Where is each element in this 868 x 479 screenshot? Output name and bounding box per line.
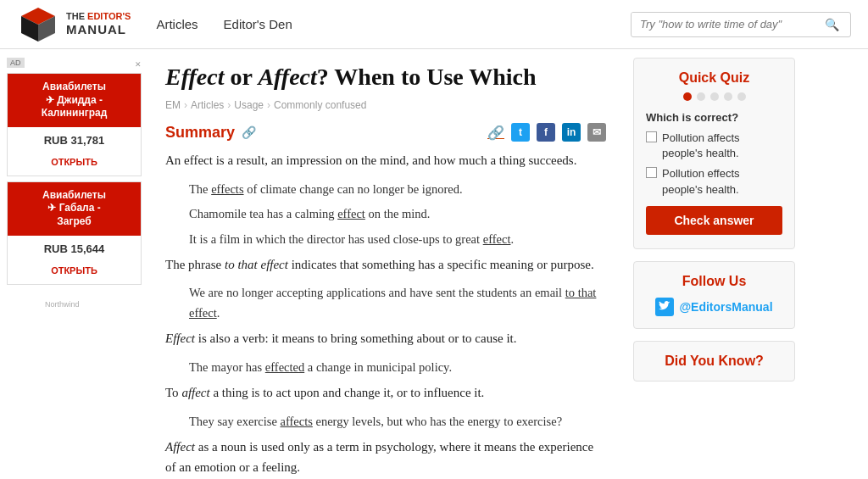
body-paragraph-3: Effect is also a verb: it means to bring…	[165, 328, 606, 349]
body-paragraph-4: To affect a thing is to act upon and cha…	[165, 382, 606, 404]
ad2-cta-button[interactable]: ОТКРЫТЬ	[8, 262, 141, 284]
twitter-icon	[655, 298, 674, 316]
share-link-icon[interactable]: 🔗	[487, 125, 504, 141]
ad2-title: Авиабилеты✈ Габала -Загреб	[42, 189, 106, 227]
quiz-option-1-text: Pollution affects people's health.	[662, 131, 782, 161]
did-you-know-title: Did You Know?	[646, 354, 782, 369]
quiz-option-2-text: Pollution effects people's health.	[662, 166, 782, 197]
summary-heading: Summary	[165, 124, 235, 142]
share-twitter-button[interactable]: t	[511, 123, 530, 142]
share-icons: 🔗 t f in ✉	[487, 123, 606, 142]
quiz-dot-4[interactable]	[724, 92, 732, 101]
did-you-know-box: Did You Know?	[633, 341, 795, 382]
nav-articles[interactable]: Articles	[156, 2, 198, 47]
section-header: Summary 🔗 🔗 t f in ✉	[165, 123, 606, 142]
body-example-6: They say exercise affects energy levels,…	[189, 412, 606, 432]
search-input[interactable]	[632, 13, 818, 36]
quiz-option-2[interactable]: Pollution effects people's health.	[646, 166, 782, 197]
svg-text:Northwind: Northwind	[45, 300, 80, 309]
quiz-dot-5[interactable]	[737, 92, 746, 101]
twitter-follow[interactable]: @EditorsManual	[646, 298, 782, 316]
search-box: 🔍	[631, 12, 851, 37]
quiz-dot-2[interactable]	[697, 92, 705, 101]
check-answer-button[interactable]: Check answer	[646, 206, 782, 235]
ad1-cta-button[interactable]: ОТКРЫТЬ	[8, 153, 141, 175]
ad-footer: Northwind	[7, 290, 142, 319]
nav-editors-den[interactable]: Editor's Den	[224, 2, 292, 47]
body-example-1: The effects of climate change can no lon…	[189, 180, 606, 199]
summary-link-icon[interactable]: 🔗	[242, 125, 256, 140]
quiz-dot-1[interactable]	[683, 92, 692, 101]
right-sidebar: Quick Quiz Which is correct? Pollution a…	[623, 49, 805, 479]
body-paragraph-5: Affect as a noun is used only as a term …	[165, 437, 606, 479]
body-example-5: The mayor has effected a change in munic…	[189, 358, 606, 377]
ad2-header: Авиабилеты✈ Габала -Загреб	[8, 182, 141, 236]
quiz-box: Quick Quiz Which is correct? Pollution a…	[633, 58, 795, 249]
ad1-header: Авиабилеты✈ Джидда -Калининград	[8, 74, 141, 127]
ad-label: AD	[7, 58, 25, 68]
body-paragraph-2: The phrase to that effect indicates that…	[165, 254, 606, 276]
article-title: Effect or Affect? When to Use Which	[165, 62, 606, 92]
quiz-question: Which is correct?	[646, 111, 782, 124]
breadcrumb: EM › Articles › Usage › Commonly confuse…	[165, 99, 606, 111]
share-facebook-button[interactable]: f	[537, 123, 555, 142]
article-main: Effect or Affect? When to Use Which EM ›…	[148, 49, 623, 479]
ad1-price: RUB 31,781	[8, 127, 141, 153]
body-example-4: We are no longer accepting applications …	[189, 283, 606, 322]
quiz-dots	[646, 92, 782, 101]
twitter-handle: @EditorsManual	[679, 300, 772, 314]
body-paragraph-1: An effect is a result, an impression on …	[165, 150, 606, 171]
follow-title: Follow Us	[646, 274, 782, 289]
site-header: THE EDITOR'S MANUAL Articles Editor's De…	[0, 0, 868, 49]
breadcrumb-em[interactable]: EM	[165, 99, 181, 111]
logo-text: THE EDITOR'S MANUAL	[66, 11, 131, 37]
main-nav: Articles Editor's Den	[156, 2, 292, 47]
share-linkedin-button[interactable]: in	[562, 123, 581, 142]
breadcrumb-usage[interactable]: Usage	[234, 99, 264, 111]
ad-box-1: Авиабилеты✈ Джидда -Калининград RUB 31,7…	[7, 73, 142, 176]
ad-sidebar: AD ✕ Авиабилеты✈ Джидда -Калининград RUB…	[0, 49, 148, 479]
ad2-price: RUB 15,644	[8, 236, 141, 262]
breadcrumb-articles[interactable]: Articles	[191, 99, 224, 111]
quiz-checkbox-2[interactable]	[646, 167, 657, 178]
logo[interactable]: THE EDITOR'S MANUAL	[17, 6, 131, 43]
page-wrapper: AD ✕ Авиабилеты✈ Джидда -Калининград RUB…	[0, 49, 868, 479]
body-example-3: It is a film in which the director has u…	[189, 230, 606, 249]
follow-box: Follow Us @EditorsManual	[633, 261, 795, 329]
search-button[interactable]: 🔍	[818, 13, 846, 36]
quiz-title: Quick Quiz	[646, 70, 782, 86]
logo-icon	[17, 6, 59, 43]
ad1-title: Авиабилеты✈ Джидда -Калининград	[42, 81, 108, 119]
quiz-option-1[interactable]: Pollution affects people's health.	[646, 131, 782, 161]
share-email-button[interactable]: ✉	[587, 123, 606, 142]
body-example-2: Chamomile tea has a calming effect on th…	[189, 204, 606, 224]
quiz-dot-3[interactable]	[710, 92, 719, 101]
breadcrumb-current: Commonly confused	[274, 99, 366, 111]
quiz-checkbox-1[interactable]	[646, 131, 657, 142]
ad-box-2: Авиабилеты✈ Габала -Загреб RUB 15,644 ОТ…	[7, 181, 142, 285]
